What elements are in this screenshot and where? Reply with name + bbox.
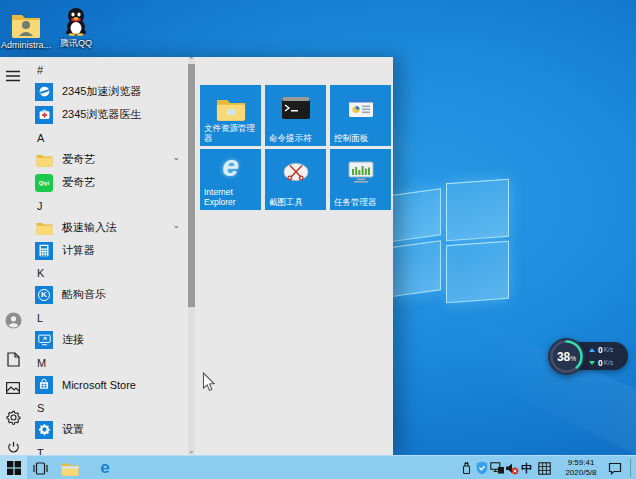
- mouse-cursor: [202, 372, 216, 397]
- settings-icon: [35, 421, 53, 439]
- memory-usage-ball[interactable]: 38%: [548, 338, 585, 375]
- tile-control-panel[interactable]: 控制面板: [330, 85, 391, 146]
- network-icon[interactable]: [489, 460, 504, 476]
- tile-label: 截图工具: [269, 197, 324, 207]
- app-item-calculator[interactable]: 计算器: [35, 240, 180, 261]
- chevron-down-icon[interactable]: ⌄: [172, 220, 180, 230]
- tile-command-prompt[interactable]: 命令提示符: [265, 85, 326, 146]
- app-folder-iqiyi[interactable]: 爱奇艺 ⌄: [35, 149, 180, 170]
- show-desktop-divider[interactable]: [630, 459, 631, 477]
- app-item-label: 爱奇艺: [62, 152, 95, 167]
- app-list-header[interactable]: #: [37, 60, 43, 81]
- folder-icon: [35, 219, 53, 237]
- tile-label: 命令提示符: [269, 133, 324, 143]
- file-explorer-icon: [200, 93, 261, 123]
- app-item-connect[interactable]: 连接: [35, 329, 180, 350]
- user-account-button[interactable]: [2, 309, 24, 331]
- security-shield-icon[interactable]: [474, 460, 489, 476]
- app-item-label: 连接: [62, 332, 84, 347]
- desktop-icon-qq[interactable]: 腾讯QQ: [50, 4, 102, 48]
- start-button[interactable]: [0, 456, 27, 479]
- taskbar-clock[interactable]: 9:59:41 2020/5/8: [558, 458, 604, 478]
- taskbar: e 中 9:59:41 2020/5/8: [0, 455, 636, 479]
- snipping-tool-icon: [265, 157, 326, 187]
- edge-taskbar-button[interactable]: e: [91, 456, 119, 479]
- chevron-down-icon[interactable]: ⌄: [172, 152, 180, 162]
- settings-rail-button[interactable]: [2, 406, 24, 428]
- app-item-label: 2345加速浏览器: [62, 84, 141, 99]
- desktop-icon-administrator[interactable]: Administra...: [0, 6, 52, 50]
- windows-logo-icon: [7, 461, 21, 475]
- upload-unit: K/s: [604, 346, 613, 353]
- pictures-button[interactable]: [2, 377, 24, 399]
- scroll-down-icon[interactable]: ⌄: [187, 448, 196, 455]
- app-item-iqiyi[interactable]: Qiyi 爱奇艺: [35, 172, 180, 193]
- app-list-header[interactable]: M: [37, 353, 46, 374]
- input-language-indicator[interactable]: 中: [519, 460, 534, 476]
- desktop-icon-label: Administra...: [0, 40, 52, 50]
- edge-icon: e: [100, 458, 109, 478]
- tile-task-manager[interactable]: 任务管理器: [330, 149, 391, 210]
- usb-device-icon[interactable]: [459, 460, 474, 476]
- tile-internet-explorer[interactable]: e Internet Explorer: [200, 149, 261, 210]
- app-item-label: 2345浏览器医生: [62, 107, 141, 122]
- app-item-label: 爱奇艺: [62, 175, 95, 190]
- memory-percent-unit: %: [570, 355, 576, 362]
- app-item-microsoft-store[interactable]: Microsoft Store: [35, 374, 180, 395]
- calculator-icon: [35, 242, 53, 260]
- user-folder-icon: [0, 6, 52, 38]
- app-item-label: 酷狗音乐: [62, 287, 106, 302]
- scrollbar-thumb[interactable]: [188, 64, 195, 307]
- windows-logo-pane: [386, 240, 441, 298]
- task-manager-icon: [330, 157, 391, 187]
- app-item-2345-doctor[interactable]: 2345浏览器医生: [35, 104, 180, 125]
- file-explorer-taskbar-button[interactable]: [56, 456, 84, 479]
- windows-logo-pane: [386, 188, 441, 243]
- task-view-button[interactable]: [27, 456, 53, 479]
- store-icon: [35, 376, 53, 394]
- documents-button[interactable]: [2, 348, 24, 370]
- connect-icon: [35, 331, 53, 349]
- upload-arrow-icon: [589, 348, 595, 352]
- app-list-header[interactable]: K: [37, 263, 44, 284]
- app-item-2345-browser[interactable]: 2345加速浏览器: [35, 81, 180, 102]
- tile-label: 任务管理器: [334, 197, 389, 207]
- scroll-up-icon[interactable]: ⌃: [187, 57, 196, 64]
- ime-keyboard-icon[interactable]: [537, 460, 552, 476]
- volume-muted-icon[interactable]: [504, 460, 519, 476]
- app-folder-jisu-ime[interactable]: 极速输入法 ⌄: [35, 217, 180, 238]
- app-item-settings[interactable]: 设置: [35, 419, 180, 440]
- clock-date: 2020/5/8: [558, 468, 604, 478]
- app-list-header[interactable]: S: [37, 398, 44, 419]
- app-list-header[interactable]: A: [37, 128, 44, 149]
- app-item-label: 计算器: [62, 243, 95, 258]
- clock-time: 9:59:41: [558, 458, 604, 468]
- memory-percent: 38: [557, 350, 570, 364]
- browser-2345-icon: [35, 83, 53, 101]
- windows-logo-pane: [446, 241, 509, 303]
- download-value: 0: [598, 358, 603, 368]
- app-item-label: 设置: [62, 422, 84, 437]
- app-item-label: 极速输入法: [62, 220, 117, 235]
- tile-file-explorer[interactable]: 文件资源管理器: [200, 85, 261, 146]
- tile-snipping-tool[interactable]: 截图工具: [265, 149, 326, 210]
- kugou-icon: K: [35, 286, 53, 304]
- command-prompt-icon: [265, 93, 326, 123]
- start-menu-scrollbar[interactable]: ⌃ ⌄: [188, 57, 195, 455]
- tile-label: 文件资源管理器: [204, 123, 259, 143]
- action-center-icon[interactable]: [607, 460, 622, 476]
- qq-icon: [50, 4, 102, 36]
- start-menu: # 2345加速浏览器 2345浏览器医生 A 爱奇艺 ⌄ Qiyi 爱奇: [0, 57, 393, 455]
- windows-logo-pane: [446, 179, 509, 241]
- app-list-header[interactable]: L: [37, 308, 43, 329]
- app-item-kugou[interactable]: K 酷狗音乐: [35, 284, 180, 305]
- app-list-header[interactable]: J: [37, 196, 43, 217]
- tile-label: Internet Explorer: [204, 187, 259, 207]
- desktop-screen: Administra... 腾讯QQ: [0, 0, 636, 479]
- iqiyi-icon: Qiyi: [35, 174, 53, 192]
- hamburger-menu-button[interactable]: [2, 65, 24, 87]
- upload-value: 0: [598, 345, 603, 355]
- download-unit: K/s: [604, 359, 613, 366]
- download-arrow-icon: [589, 361, 595, 365]
- tile-label: 控制面板: [334, 133, 389, 143]
